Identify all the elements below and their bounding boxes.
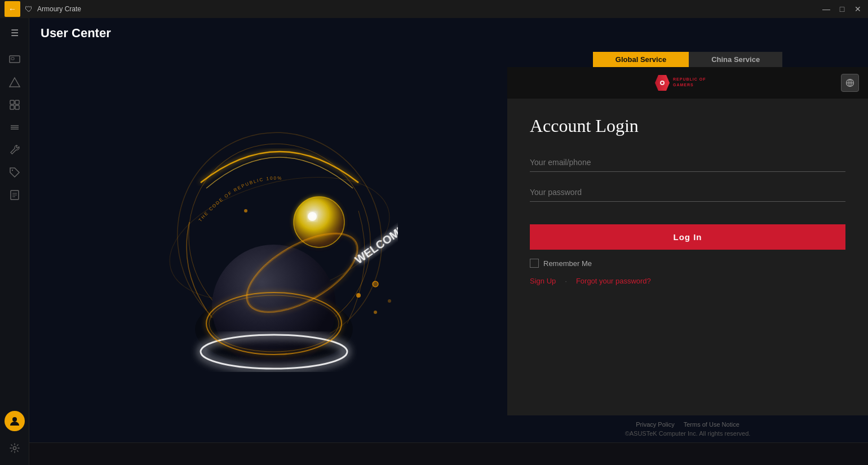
china-service-tab[interactable]: China Service: [689, 52, 782, 67]
svg-point-33: [374, 311, 377, 314]
email-field-group: [530, 153, 845, 172]
footer-links: Privacy Policy Terms of Use Notice: [507, 421, 868, 428]
right-panel: Global Service China Service: [507, 46, 868, 442]
svg-rect-1: [11, 57, 14, 60]
global-service-tab[interactable]: Global Service: [593, 52, 689, 67]
svg-rect-3: [10, 100, 14, 104]
minimize-button[interactable]: —: [821, 3, 832, 15]
svg-point-10: [11, 170, 12, 171]
service-tabs: Global Service China Service: [507, 46, 868, 67]
svg-rect-5: [10, 105, 14, 109]
auth-links: Sign Up · Forgot your password?: [530, 277, 845, 285]
svg-rect-6: [15, 105, 19, 109]
app-title: Armoury Crate: [37, 5, 81, 13]
login-title: Account Login: [530, 116, 845, 136]
svg-marker-2: [10, 78, 20, 87]
settings-icon[interactable]: [5, 438, 25, 458]
svg-text:REPUBLIC OF: REPUBLIC OF: [673, 77, 706, 81]
privacy-policy-link[interactable]: Privacy Policy: [636, 421, 674, 428]
remember-me-row: Remember Me: [530, 259, 845, 268]
content-area: User Center: [29, 18, 868, 465]
sidebar-item-devices[interactable]: [5, 50, 25, 70]
svg-point-36: [373, 281, 378, 287]
taskbar: [29, 442, 868, 465]
svg-rect-4: [15, 100, 19, 104]
svg-text:GAMERS: GAMERS: [673, 83, 694, 87]
remember-me-label: Remember Me: [543, 259, 592, 268]
forgot-password-link[interactable]: Forgot your password?: [576, 277, 651, 285]
svg-point-28: [308, 212, 317, 221]
svg-point-16: [13, 446, 16, 449]
email-input[interactable]: [530, 153, 845, 172]
svg-point-37: [388, 299, 391, 303]
window-controls: — □ ✕: [821, 3, 863, 15]
rog-logo-area: REPUBLIC OF GAMERS: [654, 74, 721, 92]
svg-point-21: [212, 245, 336, 369]
back-button[interactable]: ←: [5, 1, 20, 17]
svg-point-32: [356, 293, 361, 298]
sidebar-item-manual[interactable]: [5, 185, 25, 205]
hamburger-menu[interactable]: ☰: [5, 23, 25, 43]
svg-point-34: [244, 209, 247, 212]
svg-point-40: [661, 82, 663, 84]
svg-point-15: [12, 417, 17, 422]
sidebar: ☰: [0, 18, 29, 465]
password-input[interactable]: [530, 183, 845, 202]
rog-orb-decoration: WELCOME THE CODE OF REPUBLIC 100%: [139, 109, 398, 380]
password-field-group: [530, 183, 845, 202]
sidebar-item-library[interactable]: [5, 95, 25, 115]
sidebar-item-notifications[interactable]: [5, 72, 25, 92]
sidebar-item-wrench[interactable]: [5, 140, 25, 160]
remember-me-checkbox[interactable]: [530, 259, 539, 268]
footer-area: Privacy Policy Terms of Use Notice ©ASUS…: [507, 415, 868, 442]
page-header: User Center: [29, 18, 868, 46]
svg-text:WELCOME: WELCOME: [353, 222, 398, 266]
sign-up-link[interactable]: Sign Up: [530, 277, 556, 285]
titlebar-left: ← 🛡 Armoury Crate: [5, 1, 81, 17]
maximize-button[interactable]: □: [836, 3, 848, 15]
user-avatar[interactable]: [5, 411, 25, 431]
page-title: User Center: [41, 26, 857, 41]
login-form-area: Account Login Log In Remember Me: [507, 99, 868, 415]
rog-logo: REPUBLIC OF GAMERS: [654, 74, 721, 92]
app-icon: 🛡: [25, 5, 33, 14]
login-button[interactable]: Log In: [530, 224, 845, 250]
app-body: ☰: [0, 18, 868, 465]
svg-text:THE CODE OF REPUBLIC 100%: THE CODE OF REPUBLIC 100%: [198, 175, 283, 223]
terms-link[interactable]: Terms of Use Notice: [684, 421, 739, 428]
sidebar-item-tags[interactable]: [5, 162, 25, 183]
login-panel: REPUBLIC OF GAMERS: [507, 67, 868, 415]
main-area: WELCOME THE CODE OF REPUBLIC 100%: [29, 46, 868, 442]
rog-header: REPUBLIC OF GAMERS: [507, 67, 868, 99]
titlebar: ← 🛡 Armoury Crate — □ ✕: [0, 0, 868, 18]
language-button[interactable]: [841, 74, 859, 92]
decorative-area: WELCOME THE CODE OF REPUBLIC 100%: [29, 46, 507, 442]
close-button[interactable]: ✕: [852, 3, 863, 15]
sidebar-item-tools[interactable]: [5, 117, 25, 138]
copyright-text: ©ASUSTeK Computer Inc. All rights reserv…: [507, 430, 868, 437]
